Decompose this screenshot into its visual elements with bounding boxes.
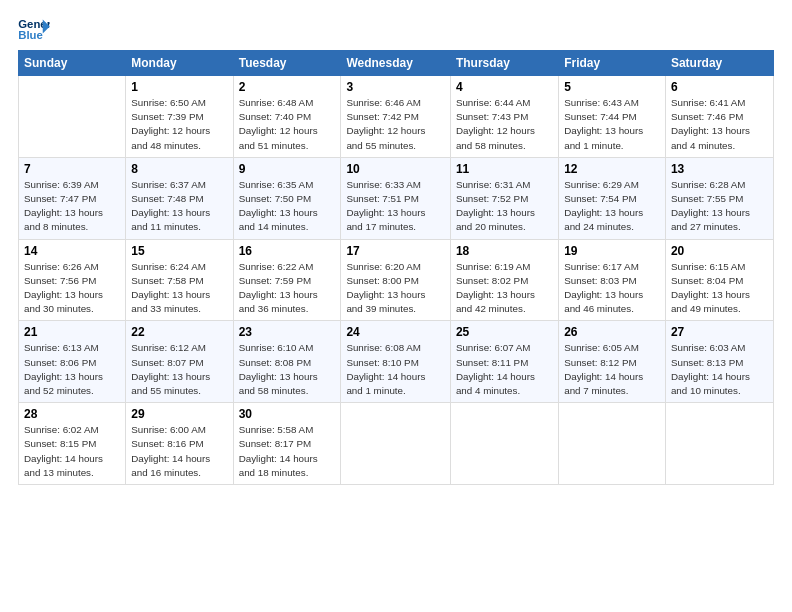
day-number: 6 [671,80,768,94]
logo: General Blue [18,16,50,44]
day-number: 13 [671,162,768,176]
day-detail: Sunrise: 6:10 AM Sunset: 8:08 PM Dayligh… [239,341,336,398]
day-detail: Sunrise: 6:12 AM Sunset: 8:07 PM Dayligh… [131,341,227,398]
day-number: 14 [24,244,120,258]
calendar-cell: 3Sunrise: 6:46 AM Sunset: 7:42 PM Daylig… [341,76,451,158]
day-number: 21 [24,325,120,339]
col-header-friday: Friday [559,51,666,76]
day-number: 30 [239,407,336,421]
day-number: 18 [456,244,553,258]
day-number: 10 [346,162,445,176]
day-number: 27 [671,325,768,339]
col-header-monday: Monday [126,51,233,76]
calendar-cell: 4Sunrise: 6:44 AM Sunset: 7:43 PM Daylig… [450,76,558,158]
header-row: SundayMondayTuesdayWednesdayThursdayFrid… [19,51,774,76]
day-number: 4 [456,80,553,94]
day-detail: Sunrise: 6:19 AM Sunset: 8:02 PM Dayligh… [456,260,553,317]
day-detail: Sunrise: 6:17 AM Sunset: 8:03 PM Dayligh… [564,260,660,317]
day-number: 8 [131,162,227,176]
calendar-week-3: 14Sunrise: 6:26 AM Sunset: 7:56 PM Dayli… [19,239,774,321]
calendar-cell: 20Sunrise: 6:15 AM Sunset: 8:04 PM Dayli… [665,239,773,321]
day-detail: Sunrise: 6:24 AM Sunset: 7:58 PM Dayligh… [131,260,227,317]
calendar-cell: 11Sunrise: 6:31 AM Sunset: 7:52 PM Dayli… [450,157,558,239]
day-number: 9 [239,162,336,176]
logo-icon: General Blue [18,16,50,44]
day-detail: Sunrise: 6:41 AM Sunset: 7:46 PM Dayligh… [671,96,768,153]
calendar-week-1: 1Sunrise: 6:50 AM Sunset: 7:39 PM Daylig… [19,76,774,158]
day-detail: Sunrise: 6:31 AM Sunset: 7:52 PM Dayligh… [456,178,553,235]
calendar-cell: 28Sunrise: 6:02 AM Sunset: 8:15 PM Dayli… [19,403,126,485]
calendar-cell: 30Sunrise: 5:58 AM Sunset: 8:17 PM Dayli… [233,403,341,485]
day-detail: Sunrise: 6:43 AM Sunset: 7:44 PM Dayligh… [564,96,660,153]
calendar-cell [450,403,558,485]
calendar-week-5: 28Sunrise: 6:02 AM Sunset: 8:15 PM Dayli… [19,403,774,485]
day-detail: Sunrise: 6:46 AM Sunset: 7:42 PM Dayligh… [346,96,445,153]
day-detail: Sunrise: 6:48 AM Sunset: 7:40 PM Dayligh… [239,96,336,153]
day-detail: Sunrise: 6:44 AM Sunset: 7:43 PM Dayligh… [456,96,553,153]
calendar-cell: 16Sunrise: 6:22 AM Sunset: 7:59 PM Dayli… [233,239,341,321]
day-number: 19 [564,244,660,258]
col-header-sunday: Sunday [19,51,126,76]
day-number: 17 [346,244,445,258]
page-container: General Blue SundayMondayTuesdayWednesda… [0,0,792,495]
day-detail: Sunrise: 6:03 AM Sunset: 8:13 PM Dayligh… [671,341,768,398]
col-header-wednesday: Wednesday [341,51,451,76]
day-number: 12 [564,162,660,176]
calendar-cell: 17Sunrise: 6:20 AM Sunset: 8:00 PM Dayli… [341,239,451,321]
calendar-cell: 23Sunrise: 6:10 AM Sunset: 8:08 PM Dayli… [233,321,341,403]
calendar-cell: 21Sunrise: 6:13 AM Sunset: 8:06 PM Dayli… [19,321,126,403]
calendar-cell: 6Sunrise: 6:41 AM Sunset: 7:46 PM Daylig… [665,76,773,158]
day-number: 28 [24,407,120,421]
calendar-cell: 12Sunrise: 6:29 AM Sunset: 7:54 PM Dayli… [559,157,666,239]
calendar-cell: 8Sunrise: 6:37 AM Sunset: 7:48 PM Daylig… [126,157,233,239]
day-detail: Sunrise: 6:26 AM Sunset: 7:56 PM Dayligh… [24,260,120,317]
day-number: 20 [671,244,768,258]
day-number: 7 [24,162,120,176]
calendar-week-4: 21Sunrise: 6:13 AM Sunset: 8:06 PM Dayli… [19,321,774,403]
col-header-saturday: Saturday [665,51,773,76]
col-header-tuesday: Tuesday [233,51,341,76]
day-detail: Sunrise: 6:33 AM Sunset: 7:51 PM Dayligh… [346,178,445,235]
day-detail: Sunrise: 6:39 AM Sunset: 7:47 PM Dayligh… [24,178,120,235]
day-detail: Sunrise: 5:58 AM Sunset: 8:17 PM Dayligh… [239,423,336,480]
calendar-week-2: 7Sunrise: 6:39 AM Sunset: 7:47 PM Daylig… [19,157,774,239]
calendar-cell [665,403,773,485]
header: General Blue [18,16,774,44]
calendar-cell: 15Sunrise: 6:24 AM Sunset: 7:58 PM Dayli… [126,239,233,321]
day-detail: Sunrise: 6:02 AM Sunset: 8:15 PM Dayligh… [24,423,120,480]
day-detail: Sunrise: 6:05 AM Sunset: 8:12 PM Dayligh… [564,341,660,398]
calendar-cell: 5Sunrise: 6:43 AM Sunset: 7:44 PM Daylig… [559,76,666,158]
day-detail: Sunrise: 6:00 AM Sunset: 8:16 PM Dayligh… [131,423,227,480]
day-detail: Sunrise: 6:20 AM Sunset: 8:00 PM Dayligh… [346,260,445,317]
day-detail: Sunrise: 6:35 AM Sunset: 7:50 PM Dayligh… [239,178,336,235]
calendar-cell: 27Sunrise: 6:03 AM Sunset: 8:13 PM Dayli… [665,321,773,403]
calendar-cell: 13Sunrise: 6:28 AM Sunset: 7:55 PM Dayli… [665,157,773,239]
day-number: 26 [564,325,660,339]
day-number: 15 [131,244,227,258]
col-header-thursday: Thursday [450,51,558,76]
day-number: 23 [239,325,336,339]
calendar-cell [19,76,126,158]
calendar-cell: 26Sunrise: 6:05 AM Sunset: 8:12 PM Dayli… [559,321,666,403]
day-detail: Sunrise: 6:13 AM Sunset: 8:06 PM Dayligh… [24,341,120,398]
day-detail: Sunrise: 6:28 AM Sunset: 7:55 PM Dayligh… [671,178,768,235]
calendar-cell: 7Sunrise: 6:39 AM Sunset: 7:47 PM Daylig… [19,157,126,239]
calendar-cell: 24Sunrise: 6:08 AM Sunset: 8:10 PM Dayli… [341,321,451,403]
calendar-cell: 19Sunrise: 6:17 AM Sunset: 8:03 PM Dayli… [559,239,666,321]
calendar-cell: 22Sunrise: 6:12 AM Sunset: 8:07 PM Dayli… [126,321,233,403]
day-number: 22 [131,325,227,339]
day-number: 16 [239,244,336,258]
calendar-cell: 2Sunrise: 6:48 AM Sunset: 7:40 PM Daylig… [233,76,341,158]
calendar-cell: 14Sunrise: 6:26 AM Sunset: 7:56 PM Dayli… [19,239,126,321]
day-number: 25 [456,325,553,339]
day-number: 2 [239,80,336,94]
day-detail: Sunrise: 6:15 AM Sunset: 8:04 PM Dayligh… [671,260,768,317]
calendar-cell: 29Sunrise: 6:00 AM Sunset: 8:16 PM Dayli… [126,403,233,485]
calendar-cell: 25Sunrise: 6:07 AM Sunset: 8:11 PM Dayli… [450,321,558,403]
day-detail: Sunrise: 6:22 AM Sunset: 7:59 PM Dayligh… [239,260,336,317]
day-detail: Sunrise: 6:08 AM Sunset: 8:10 PM Dayligh… [346,341,445,398]
day-number: 29 [131,407,227,421]
day-detail: Sunrise: 6:07 AM Sunset: 8:11 PM Dayligh… [456,341,553,398]
day-detail: Sunrise: 6:50 AM Sunset: 7:39 PM Dayligh… [131,96,227,153]
day-number: 24 [346,325,445,339]
